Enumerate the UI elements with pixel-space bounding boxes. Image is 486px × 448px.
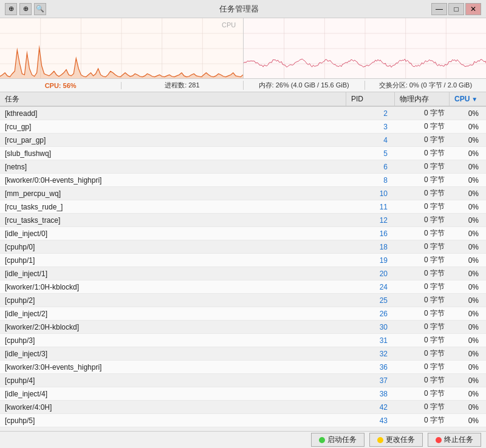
table-row[interactable]: [rcu_gp] 3 0 字节 0% (0, 120, 486, 134)
mem-cell: 0 字节 (395, 402, 450, 412)
process-table: 任务 PID 物理内存 CPU ▼ [kthreadd] 2 0 字节 0% [… (0, 92, 486, 431)
col-task[interactable]: 任务 (0, 92, 346, 106)
table-row[interactable]: [rcu_tasks_trace] 12 0 字节 0% (0, 214, 486, 227)
table-body[interactable]: [kthreadd] 2 0 字节 0% [rcu_gp] 3 0 字节 0% … (0, 107, 486, 431)
table-row[interactable]: [idle_inject/0] 16 0 字节 0% (0, 227, 486, 240)
cpu-cell: 0% (450, 390, 486, 398)
bottom-bar: 启动任务 更改任务 终止任务 (0, 431, 486, 448)
cpu-cell: 0% (450, 229, 486, 238)
cpu-cell: 0% (450, 149, 486, 158)
stop-task-button[interactable]: 终止任务 (428, 433, 481, 447)
cpu-cell: 0% (450, 176, 486, 185)
task-cell: [cpuhp/0] (0, 243, 346, 251)
cpu-cell: 0% (450, 136, 486, 144)
table-row[interactable]: [idle_inject/1] 20 0 字节 0% (0, 267, 486, 280)
cpu-cell: 0% (450, 216, 486, 225)
toolbar-icon-3[interactable]: 🔍 (34, 3, 46, 15)
pid-cell: 26 (346, 310, 395, 318)
change-task-button[interactable]: 更改任务 (369, 433, 423, 447)
pid-cell: 3 (346, 123, 395, 131)
task-cell: [kworker/4:0H] (0, 403, 346, 412)
pid-cell: 36 (346, 363, 395, 372)
table-row[interactable]: [rcu_tasks_rude_] 11 0 字节 0% (0, 200, 486, 214)
pid-cell: 11 (346, 203, 395, 211)
task-cell: [rcu_tasks_rude_] (0, 203, 346, 211)
pid-cell: 16 (346, 229, 395, 238)
table-row[interactable]: [rcu_par_gp] 4 0 字节 0% (0, 134, 486, 147)
window-controls[interactable]: — □ ✕ (431, 3, 481, 15)
table-row[interactable]: [kthreadd] 2 0 字节 0% (0, 107, 486, 120)
start-task-button[interactable]: 启动任务 (311, 433, 364, 447)
pid-cell: 2 (346, 109, 395, 118)
cpu-cell: 0% (450, 123, 486, 131)
pid-cell: 8 (346, 176, 395, 185)
pid-cell: 43 (346, 416, 395, 425)
table-row[interactable]: [cpuhp/1] 19 0 字节 0% (0, 254, 486, 267)
col-cpu[interactable]: CPU ▼ (450, 92, 486, 106)
table-row[interactable]: [cpuhp/4] 37 0 字节 0% (0, 374, 486, 387)
table-row[interactable]: [idle_inject/2] 26 0 字节 0% (0, 307, 486, 321)
table-row[interactable]: [kworker/3:0H-events_highpri] 36 0 字节 0% (0, 361, 486, 374)
pid-cell: 6 (346, 163, 395, 171)
charts-area (0, 18, 486, 79)
cpu-cell: 0% (450, 109, 486, 118)
minimize-button[interactable]: — (431, 3, 447, 15)
memory-status: 内存: 26% (4.0 GiB / 15.6 GiB) (244, 81, 365, 90)
app-title: 任务管理器 (219, 4, 259, 15)
pid-cell: 38 (346, 390, 395, 398)
table-row[interactable]: [cpuhp/3] 31 0 字节 0% (0, 334, 486, 347)
cpu-cell: 0% (450, 189, 486, 198)
task-cell: [rcu_tasks_trace] (0, 216, 346, 225)
mem-cell: 0 字节 (395, 348, 450, 359)
stop-dot-icon (436, 437, 442, 443)
cpu-cell: 0% (450, 296, 486, 305)
mem-cell: 0 字节 (395, 389, 450, 399)
col-pid[interactable]: PID (346, 92, 395, 106)
start-dot-icon (319, 437, 325, 443)
task-cell: [mm_percpu_wq] (0, 189, 346, 198)
maximize-button[interactable]: □ (448, 3, 464, 15)
table-row[interactable]: [kworker/1:0H-kblockd] 24 0 字节 0% (0, 280, 486, 294)
task-cell: [cpuhp/3] (0, 336, 346, 345)
change-dot-icon (377, 437, 383, 443)
pid-cell: 19 (346, 256, 395, 265)
table-row[interactable]: [slub_flushwq] 5 0 字节 0% (0, 147, 486, 160)
table-row[interactable]: [netns] 6 0 字节 0% (0, 160, 486, 174)
table-row[interactable]: [idle_inject/3] 32 0 字节 0% (0, 347, 486, 361)
col-memory[interactable]: 物理内存 (395, 92, 450, 106)
table-row[interactable]: [kworker/0:0H-events_highpri] 8 0 字节 0% (0, 174, 486, 187)
toolbar-icons[interactable]: ⊕ ⊕ 🔍 (5, 3, 46, 15)
mem-cell: 0 字节 (395, 255, 450, 265)
mem-cell: 0 字节 (395, 268, 450, 279)
mem-cell: 0 字节 (395, 215, 450, 225)
task-cell: [idle_inject/2] (0, 310, 346, 318)
cpu-cell: 0% (450, 163, 486, 171)
cpu-cell: 0% (450, 403, 486, 412)
mem-cell: 0 字节 (395, 322, 450, 332)
table-row[interactable]: [kworker/4:0H] 42 0 字节 0% (0, 401, 486, 414)
table-row[interactable]: [cpuhp/5] 43 0 字节 0% (0, 414, 486, 427)
table-row[interactable]: [mm_percpu_wq] 10 0 字节 0% (0, 187, 486, 200)
table-row[interactable]: [cpuhp/2] 25 0 字节 0% (0, 294, 486, 307)
mem-cell: 0 字节 (395, 188, 450, 199)
pid-cell: 10 (346, 189, 395, 198)
table-row[interactable]: [cpuhp/0] 18 0 字节 0% (0, 240, 486, 254)
table-row[interactable]: [kworker/2:0H-kblockd] 30 0 字节 0% (0, 321, 486, 334)
pid-cell: 4 (346, 136, 395, 144)
close-button[interactable]: ✕ (465, 3, 481, 15)
pid-cell: 37 (346, 376, 395, 385)
mem-cell: 0 字节 (395, 415, 450, 426)
mem-cell: 0 字节 (395, 161, 450, 172)
cpu-cell: 0% (450, 350, 486, 358)
cpu-status: CPU: 56% (0, 82, 122, 89)
cpu-cell: 0% (450, 203, 486, 211)
mem-cell: 0 字节 (395, 308, 450, 319)
toolbar-icon-2[interactable]: ⊕ (19, 3, 32, 15)
pid-cell: 18 (346, 243, 395, 251)
task-cell: [kworker/3:0H-events_highpri] (0, 363, 346, 372)
toolbar-icon-1[interactable]: ⊕ (5, 3, 17, 15)
mem-cell: 0 字节 (395, 362, 450, 372)
task-cell: [kworker/2:0H-kblockd] (0, 323, 346, 331)
table-row[interactable]: [idle_inject/4] 38 0 字节 0% (0, 387, 486, 401)
sort-arrow-icon: ▼ (471, 96, 477, 103)
